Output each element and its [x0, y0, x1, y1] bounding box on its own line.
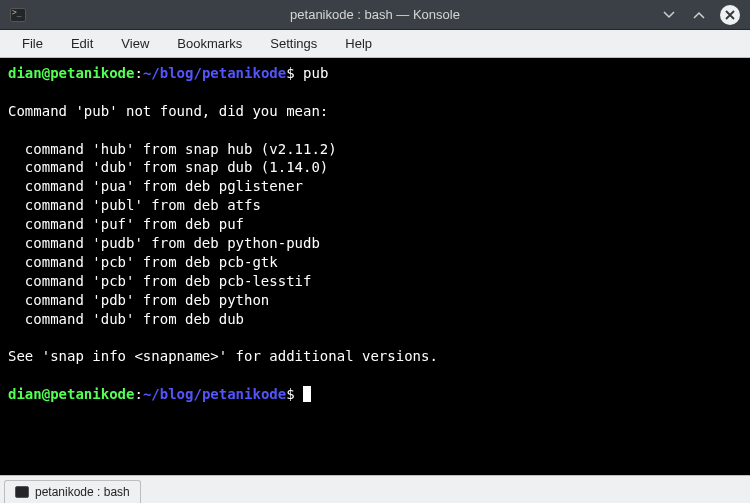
prompt-user-2: dian@petanikode — [8, 386, 134, 402]
prompt-dollar: $ — [286, 65, 294, 81]
menu-view[interactable]: View — [107, 32, 163, 55]
app-icon — [10, 8, 26, 22]
terminal-area[interactable]: dian@petanikode:~/blog/petanikode$ pub C… — [0, 58, 750, 475]
prompt-user: dian@petanikode — [8, 65, 134, 81]
prompt-sep: : — [134, 65, 142, 81]
konsole-window: petanikode : bash — Konsole File Edit Vi… — [0, 0, 750, 503]
menu-bookmarks[interactable]: Bookmarks — [163, 32, 256, 55]
minimize-button[interactable] — [660, 6, 678, 24]
chevron-up-icon — [692, 8, 706, 22]
tab-label: petanikode : bash — [35, 485, 130, 499]
prompt-path: ~/blog/petanikode — [143, 65, 286, 81]
prompt-path-2: ~/blog/petanikode — [143, 386, 286, 402]
chevron-down-icon — [662, 8, 676, 22]
terminal-output: Command 'pub' not found, did you mean: c… — [8, 103, 438, 365]
tab-active[interactable]: petanikode : bash — [4, 480, 141, 503]
menubar: File Edit View Bookmarks Settings Help — [0, 30, 750, 58]
tabbar: petanikode : bash — [0, 475, 750, 503]
command-entered: pub — [303, 65, 328, 81]
window-controls — [660, 5, 740, 25]
titlebar-left — [10, 8, 26, 22]
prompt-sep-2: : — [134, 386, 142, 402]
titlebar[interactable]: petanikode : bash — Konsole — [0, 0, 750, 30]
close-button[interactable] — [720, 5, 740, 25]
terminal-icon — [15, 486, 29, 498]
window-title: petanikode : bash — Konsole — [290, 7, 460, 22]
cursor — [303, 386, 311, 402]
close-icon — [724, 9, 736, 21]
prompt-dollar-2: $ — [286, 386, 294, 402]
menu-settings[interactable]: Settings — [256, 32, 331, 55]
maximize-button[interactable] — [690, 6, 708, 24]
menu-edit[interactable]: Edit — [57, 32, 107, 55]
menu-file[interactable]: File — [8, 32, 57, 55]
menu-help[interactable]: Help — [331, 32, 386, 55]
